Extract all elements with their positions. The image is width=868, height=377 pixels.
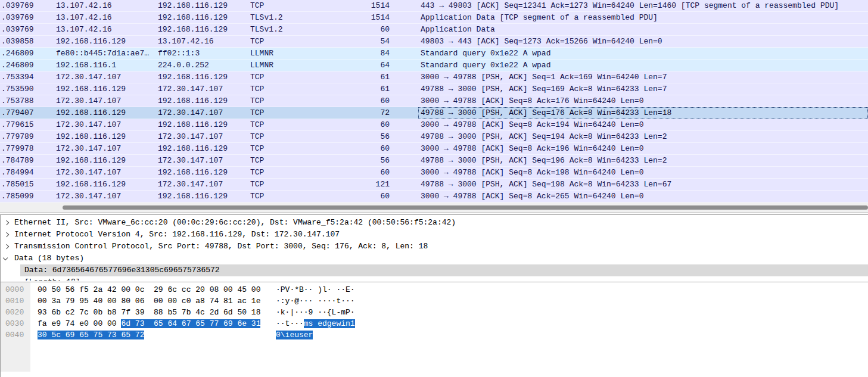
detail-row[interactable]: Internet Protocol Version 4, Src: 192.16… (1, 229, 868, 241)
detail-text: Internet Protocol Version 4, Src: 192.16… (14, 230, 340, 239)
horizontal-scrollbar[interactable] (0, 202, 868, 213)
packet-row[interactable]: .753590192.168.116.129172.30.147.107TCP6… (0, 83, 868, 95)
packet-row[interactable]: .246809192.168.116.1224.0.0.252LLMNR64St… (0, 60, 868, 71)
packet-source: 192.168.116.129 (56, 107, 158, 119)
hex-row[interactable]: 004030 5c 69 65 75 73 65 720\ieuser (1, 329, 868, 341)
packet-row[interactable]: .753788172.30.147.107192.168.116.129TCP6… (0, 95, 868, 107)
packet-info: 49788 → 3000 [PSH, ACK] Seq=198 Ack=8 Wi… (418, 179, 868, 191)
detail-text: [Length: 18] (24, 278, 80, 281)
details-rows: Ethernet II, Src: VMware_6c:cc:20 (00:0c… (1, 217, 868, 281)
packet-length: 54 (334, 36, 390, 48)
detail-row[interactable]: Ethernet II, Src: VMware_6c:cc:20 (00:0c… (1, 217, 868, 229)
hex-bytes[interactable]: 00 3a 79 95 40 00 80 06 00 00 c0 a8 74 8… (38, 295, 276, 307)
packet-row[interactable]: .784789192.168.116.129172.30.147.107TCP5… (0, 155, 868, 167)
packet-protocol: TCP (250, 71, 334, 83)
hex-offset: 0030 (1, 318, 30, 329)
packet-row[interactable]: .03976913.107.42.16192.168.116.129TLSv1.… (0, 12, 868, 24)
packet-destination: 192.168.116.129 (158, 119, 250, 131)
packet-info: 3000 → 49788 [ACK] Seq=8 Ack=198 Win=642… (418, 167, 868, 179)
hex-offset: 0020 (1, 307, 30, 318)
packet-info: Standard query 0x1e22 A wpad (418, 60, 868, 71)
packet-destination: 192.168.116.129 (158, 95, 250, 107)
hex-row[interactable]: 000000 50 56 f5 2a 42 00 0c 29 6c cc 20 … (1, 284, 868, 295)
packet-info: Application Data [TCP segment of a reass… (418, 12, 868, 24)
packet-source: 192.168.116.129 (56, 131, 158, 143)
packet-protocol: LLMNR (250, 60, 334, 71)
packet-source: 13.107.42.16 (56, 0, 158, 12)
packet-row[interactable]: .785099172.30.147.107192.168.116.129TCP6… (0, 191, 868, 202)
packet-destination: 172.30.147.107 (158, 131, 250, 143)
hex-ascii[interactable]: ·k·|···9 ··{L-mP· (276, 307, 355, 318)
packet-time: .779978 (0, 143, 56, 155)
hex-byte-segment: 00 3a 79 95 40 00 80 06 00 00 c0 a8 74 8… (38, 297, 260, 306)
hex-row[interactable]: 001000 3a 79 95 40 00 80 06 00 00 c0 a8 … (1, 295, 868, 307)
detail-row[interactable]: Data: 6d736564676577696e31305c6965757365… (20, 264, 868, 276)
packet-destination: 192.168.116.129 (158, 191, 250, 202)
packet-length: 60 (334, 24, 390, 36)
packet-length: 121 (334, 179, 390, 191)
packet-destination: 172.30.147.107 (158, 107, 250, 119)
ascii-segment: ··t··· (276, 319, 304, 328)
packet-source: 192.168.116.129 (56, 155, 158, 167)
packet-row[interactable]: .753394172.30.147.107192.168.116.129TCP6… (0, 71, 868, 83)
packet-row[interactable]: .246809fe80::b445:7d1a:ae7…ff02::1:3LLMN… (0, 48, 868, 60)
packet-row[interactable]: .779789192.168.116.129172.30.147.107TCP5… (0, 131, 868, 143)
packet-protocol: TLSv1.2 (250, 24, 334, 36)
hex-selected-bytes: 30 5c 69 65 75 73 65 72 (38, 331, 144, 339)
chevron-right-icon[interactable] (4, 220, 9, 225)
packet-protocol: TCP (250, 83, 334, 95)
detail-row[interactable]: Transmission Control Protocol, Src Port:… (1, 241, 868, 253)
packet-row[interactable]: .039858192.168.116.12913.107.42.16TCP544… (0, 36, 868, 48)
hex-ascii[interactable]: 0\ieuser (276, 329, 313, 341)
chevron-right-icon[interactable] (4, 244, 9, 249)
packet-destination: 13.107.42.16 (158, 36, 250, 48)
packet-protocol: TCP (250, 143, 334, 155)
packet-row[interactable]: .784994172.30.147.107192.168.116.129TCP6… (0, 167, 868, 179)
chevron-down-icon[interactable] (3, 256, 8, 260)
packet-row[interactable]: .779615172.30.147.107192.168.116.129TCP6… (0, 119, 868, 131)
detail-row[interactable]: [Length: 18] (20, 276, 868, 281)
hex-ascii[interactable]: ·PV·*B·· )l· ··E· (276, 284, 355, 295)
hex-bytes[interactable]: 30 5c 69 65 75 73 65 72 (38, 329, 276, 341)
packet-length: 72 (334, 107, 390, 119)
hex-ascii[interactable]: ·:y·@··· ····t··· (276, 295, 355, 307)
packet-info: 3000 → 49788 [PSH, ACK] Seq=1 Ack=169 Wi… (418, 71, 868, 83)
hex-bytes[interactable]: 00 50 56 f5 2a 42 00 0c 29 6c cc 20 08 0… (38, 284, 276, 295)
packet-source: 172.30.147.107 (56, 95, 158, 107)
detail-text: Transmission Control Protocol, Src Port:… (14, 242, 428, 251)
packet-protocol: TCP (250, 191, 334, 202)
packet-row[interactable]: .779978172.30.147.107192.168.116.129TCP6… (0, 143, 868, 155)
packet-destination: 192.168.116.129 (158, 143, 250, 155)
hex-byte-segment: fa e9 74 e0 00 00 (38, 319, 121, 328)
packet-destination: 172.30.147.107 (158, 179, 250, 191)
packet-time: .785015 (0, 179, 56, 191)
packet-time: .246809 (0, 48, 56, 60)
packet-destination: ff02::1:3 (158, 48, 250, 60)
detail-row[interactable]: Data (18 bytes) (1, 253, 868, 264)
packet-row[interactable]: .03976913.107.42.16192.168.116.129TLSv1.… (0, 24, 868, 36)
packet-info: 3000 → 49788 [ACK] Seq=8 Ack=196 Win=642… (418, 143, 868, 155)
hex-offset: 0000 (1, 284, 30, 295)
packet-info: 3000 → 49788 [ACK] Seq=8 Ack=265 Win=642… (418, 191, 868, 202)
packet-row[interactable]: .03976913.107.42.16192.168.116.129TCP151… (0, 0, 868, 12)
hex-ascii[interactable]: ··t···ms edgewin1 (276, 318, 355, 329)
packet-row[interactable]: .785015192.168.116.129172.30.147.107TCP1… (0, 179, 868, 191)
chevron-right-icon[interactable] (4, 232, 9, 237)
hex-row[interactable]: 002093 6b c2 7c 0b b8 7f 39 88 b5 7b 4c … (1, 307, 868, 318)
hex-bytes[interactable]: 93 6b c2 7c 0b b8 7f 39 88 b5 7b 4c 2d 6… (38, 307, 276, 318)
detail-text: Ethernet II, Src: VMware_6c:cc:20 (00:0c… (14, 218, 456, 227)
packet-time: .784994 (0, 167, 56, 179)
packet-protocol: TCP (250, 95, 334, 107)
hex-bytes[interactable]: fa e9 74 e0 00 00 6d 73 65 64 67 65 77 6… (38, 318, 276, 329)
hex-row[interactable]: 0030fa e9 74 e0 00 00 6d 73 65 64 67 65 … (1, 318, 868, 329)
packet-info: 443 → 49803 [ACK] Seq=12341 Ack=1273 Win… (418, 0, 868, 12)
hex-offset: 0010 (1, 295, 30, 307)
packet-source: 172.30.147.107 (56, 191, 158, 202)
scrollbar-thumb[interactable] (63, 205, 868, 210)
packet-destination: 192.168.116.129 (158, 12, 250, 24)
packet-source: 13.107.42.16 (56, 24, 158, 36)
packet-length: 61 (334, 83, 390, 95)
packet-protocol: TCP (250, 0, 334, 12)
detail-text: Data: 6d736564676577696e31305c6965757365… (24, 266, 220, 275)
packet-row[interactable]: .779407192.168.116.129172.30.147.107TCP7… (0, 107, 868, 119)
